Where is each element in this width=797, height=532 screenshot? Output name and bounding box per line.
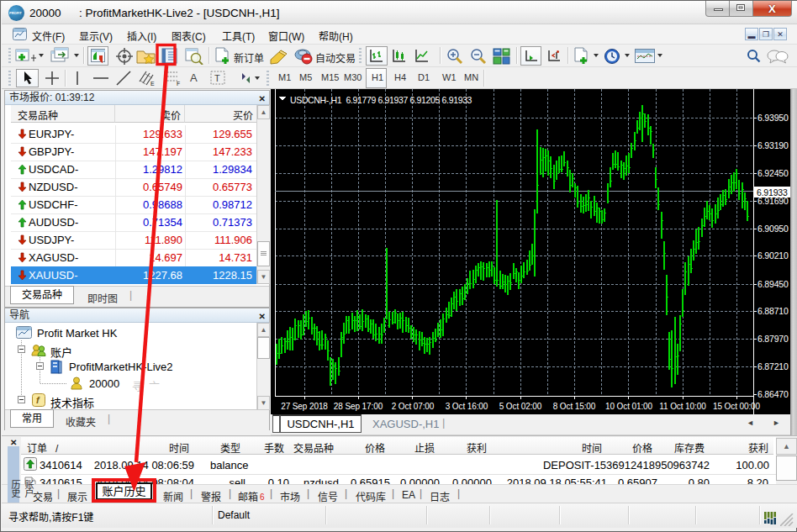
svg-text:28 Sep 17:00: 28 Sep 17:00 bbox=[334, 402, 383, 411]
svg-text:T: T bbox=[214, 73, 220, 83]
svg-text:11 Oct 10:00: 11 Oct 10:00 bbox=[659, 402, 706, 411]
svg-text:10 Oct 01:00: 10 Oct 01:00 bbox=[605, 402, 653, 411]
svg-text:6.90210: 6.90210 bbox=[757, 250, 789, 261]
svg-text:6.87210: 6.87210 bbox=[757, 361, 789, 371]
svg-text:15 Oct 00:00: 15 Oct 00:00 bbox=[713, 402, 761, 411]
svg-text:3 Oct 16:00: 3 Oct 16:00 bbox=[446, 402, 488, 411]
svg-text:6.90950: 6.90950 bbox=[757, 224, 789, 234]
svg-text:6.93190: 6.93190 bbox=[757, 140, 789, 150]
svg-text:5 Oct 02:00: 5 Oct 02:00 bbox=[499, 402, 542, 411]
svg-text:8 Oct 15:00: 8 Oct 15:00 bbox=[553, 402, 596, 411]
svg-text:6.91933: 6.91933 bbox=[757, 187, 788, 198]
svg-text:F: F bbox=[177, 81, 180, 87]
svg-text:6.88710: 6.88710 bbox=[757, 306, 789, 316]
svg-text:6.87970: 6.87970 bbox=[757, 334, 789, 344]
svg-text:6.89450: 6.89450 bbox=[757, 279, 789, 289]
svg-text:6.86470: 6.86470 bbox=[757, 389, 789, 399]
svg-text:2 Oct 07:00: 2 Oct 07:00 bbox=[392, 402, 435, 411]
svg-text:6.92450: 6.92450 bbox=[757, 168, 789, 178]
svg-text:E: E bbox=[150, 81, 155, 87]
svg-text:USDCNH-,H1 6.91779 6.91937 6.: USDCNH-,H1 6.91779 6.91937 6.91205 6.919… bbox=[290, 95, 472, 105]
svg-text:6.93950: 6.93950 bbox=[757, 113, 789, 123]
svg-text:27 Sep 2018: 27 Sep 2018 bbox=[281, 402, 328, 411]
